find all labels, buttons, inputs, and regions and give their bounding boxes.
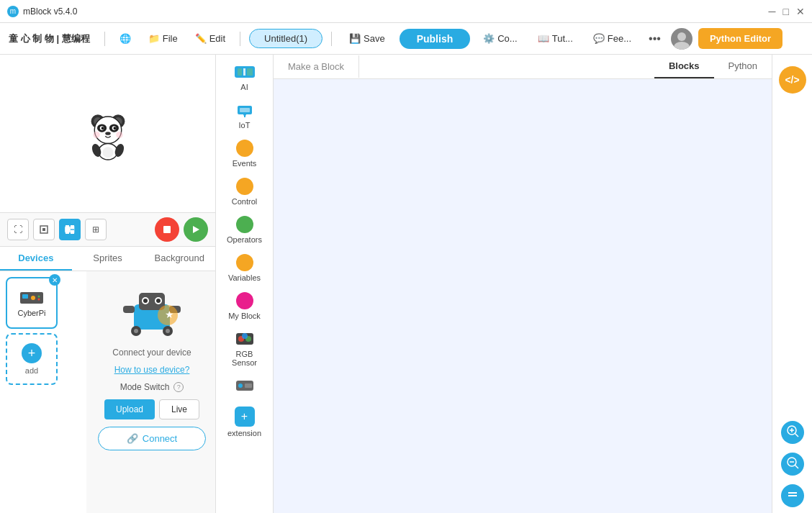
category-rgb-sensor[interactable]: RGB Sensor — [220, 327, 270, 370]
main-layout: ⛶ ⊞ Devices Sprites — [0, 55, 812, 513]
svg-point-12 — [113, 127, 116, 130]
tut-menu[interactable]: 📖 Tut... — [531, 29, 580, 47]
divider2 — [240, 32, 240, 46]
device-name: CyberPi — [17, 309, 45, 317]
extension-label: extension — [227, 429, 261, 437]
tab-devices[interactable]: Devices — [0, 247, 72, 271]
stop-button[interactable] — [155, 217, 179, 242]
svg-point-30 — [38, 295, 40, 297]
app-logo: m — [7, 6, 19, 17]
svg-point-1 — [674, 42, 690, 50]
tab-blocks[interactable]: Blocks — [654, 55, 714, 78]
events-dot — [236, 140, 253, 157]
panda-sprite — [83, 106, 133, 160]
upload-button[interactable]: Upload — [104, 399, 155, 419]
workspace-area: Make a Block Blocks Python — [274, 55, 772, 513]
svg-point-13 — [105, 132, 111, 135]
add-device-button[interactable]: + add — [6, 333, 58, 385]
svg-rect-49 — [247, 68, 253, 76]
remove-device-button[interactable]: ✕ — [49, 274, 60, 286]
control-label: Control — [232, 197, 257, 206]
devices-content-area: ✕ CyberPi + add — [0, 271, 215, 513]
live-button[interactable]: Live — [159, 399, 199, 419]
small-stage-button[interactable] — [33, 219, 55, 240]
svg-text:★: ★ — [165, 309, 174, 320]
device-info-panel: ★ Connect your device How to use device?… — [86, 271, 215, 513]
category-operators[interactable]: Operators — [220, 213, 270, 247]
svg-rect-48 — [243, 68, 245, 76]
save-button[interactable]: 💾 Save — [340, 29, 394, 47]
fit-stage-button[interactable]: ⛶ — [7, 219, 29, 240]
connect-label: Connect — [143, 433, 177, 444]
co-menu[interactable]: ⚙️ Co... — [476, 29, 524, 47]
svg-point-0 — [677, 32, 686, 41]
robot-illustration: ★ — [116, 283, 188, 340]
connect-big-button[interactable]: 🔗 Connect — [98, 427, 206, 450]
zoom-reset-button[interactable] — [781, 484, 804, 507]
category-ai[interactable]: AI — [220, 60, 270, 94]
fee-icon: 💬 — [593, 33, 605, 44]
file-label: File — [163, 33, 178, 44]
globe-menu[interactable]: 🌐 — [114, 30, 137, 47]
variables-dot — [236, 254, 253, 271]
publish-button[interactable]: Publish — [400, 29, 471, 49]
blocks-python-tabs: Blocks Python — [654, 55, 772, 78]
svg-rect-28 — [22, 294, 28, 299]
category-extension[interactable]: + extension — [220, 404, 270, 440]
workspace-canvas — [274, 79, 772, 512]
mode-switch-info-icon[interactable]: ? — [173, 382, 184, 392]
project-name-button[interactable]: Untitled(1) — [249, 29, 322, 48]
tab-sprites[interactable]: Sprites — [72, 247, 144, 271]
mode-switch-row: Mode Switch ? — [120, 382, 184, 392]
svg-point-41 — [166, 329, 170, 333]
fee-menu[interactable]: 💬 Fee... — [586, 29, 639, 47]
robot-svg: ★ — [116, 283, 188, 340]
tab-row: Devices Sprites Background — [0, 247, 215, 271]
stage-panel: ⛶ ⊞ Devices Sprites — [0, 55, 216, 513]
svg-point-14 — [93, 132, 99, 138]
user-avatar[interactable] — [671, 28, 693, 50]
ai-icon — [233, 63, 256, 81]
category-control[interactable]: Control — [220, 175, 270, 209]
zoom-equal-icon — [786, 488, 799, 504]
file-menu[interactable]: 📁 File — [143, 30, 184, 47]
category-events[interactable]: Events — [220, 137, 270, 171]
tab-python[interactable]: Python — [714, 55, 772, 78]
go-button[interactable] — [184, 217, 208, 242]
category-iot[interactable]: IoT — [220, 99, 270, 132]
category-extra-device[interactable] — [220, 374, 270, 399]
edit-menu[interactable]: ✏️ Edit — [189, 30, 231, 47]
stage-controls: ⛶ ⊞ — [0, 213, 215, 247]
svg-line-62 — [795, 434, 798, 437]
category-my-block[interactable]: My Block — [220, 289, 270, 323]
divider3 — [331, 32, 332, 46]
variables-label: Variables — [228, 273, 261, 282]
make-a-block-tab[interactable]: Make a Block — [274, 55, 359, 78]
device-list: ✕ CyberPi + add — [0, 271, 86, 513]
workspace-header: Make a Block Blocks Python — [274, 55, 772, 79]
category-variables[interactable]: Variables — [220, 251, 270, 285]
operators-label: Operators — [227, 235, 262, 244]
svg-point-59 — [238, 383, 243, 388]
titlebar: m mBlock v5.4.0 ─ □ ✕ — [0, 0, 812, 23]
co-icon: ⚙️ — [483, 33, 495, 44]
zoom-in-button[interactable] — [781, 421, 804, 444]
maximize-button[interactable]: □ — [783, 6, 789, 17]
medium-stage-button[interactable] — [59, 219, 81, 240]
python-editor-button[interactable]: Python Editor — [698, 28, 782, 49]
tab-background[interactable]: Background — [143, 247, 215, 271]
more-button[interactable]: ••• — [644, 31, 665, 47]
divider — [104, 32, 105, 46]
svg-point-36 — [143, 299, 148, 303]
upload-live-row: Upload Live — [104, 399, 199, 419]
cyberpi-device[interactable]: ✕ CyberPi — [6, 277, 58, 329]
close-button[interactable]: ✕ — [796, 6, 805, 17]
how-to-use-link[interactable]: How to use device? — [114, 365, 190, 375]
ai-label: AI — [240, 83, 248, 91]
code-toggle-button[interactable]: </> — [779, 66, 806, 94]
minimize-button[interactable]: ─ — [769, 6, 776, 17]
zoom-out-button[interactable] — [781, 453, 804, 476]
my-block-label: My Block — [228, 312, 261, 320]
window-controls[interactable]: ─ □ ✕ — [769, 6, 805, 17]
large-stage-button[interactable]: ⊞ — [85, 219, 107, 240]
